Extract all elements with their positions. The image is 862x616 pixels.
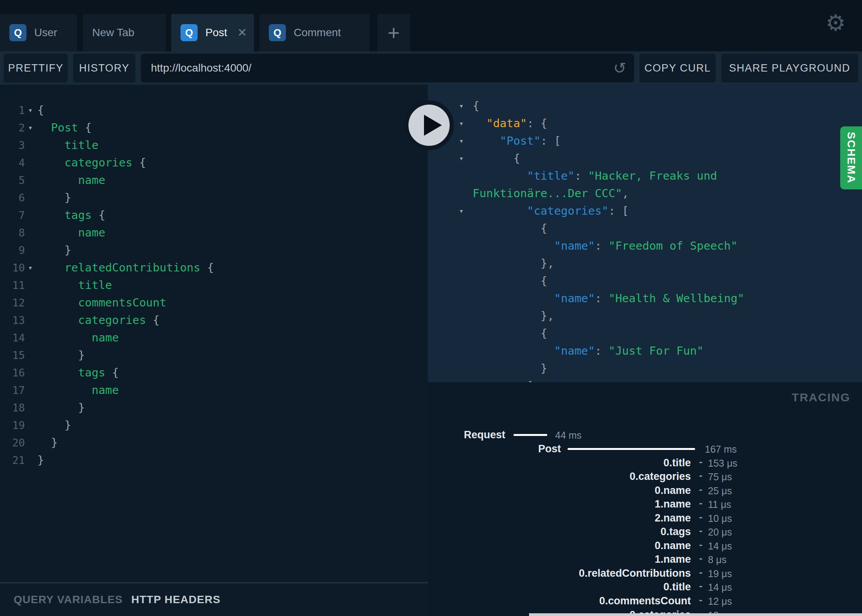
code-token: "title" — [527, 169, 575, 182]
tracing-row: 0.relatedContributions-19 μs — [428, 567, 862, 580]
editor-line[interactable]: 9 } — [0, 242, 428, 259]
tracing-row-value: 8 μs — [708, 554, 727, 565]
editor-line[interactable]: 3 title — [0, 136, 428, 154]
response-code-text: "Post": [ — [473, 132, 561, 150]
editor-line[interactable]: 14 name — [0, 329, 428, 346]
code-token: : — [595, 292, 608, 305]
tracing-row-value: 14 μs — [708, 582, 732, 593]
editor-line[interactable]: 1▾{ — [0, 102, 428, 119]
response-code-text: "name": "Freedom of Speech" — [473, 237, 738, 255]
editor-code-text: name — [37, 172, 105, 189]
query-variables-tab[interactable]: QUERY VARIABLES — [14, 593, 123, 606]
response-line: }, — [428, 255, 862, 272]
code-token: "Just For Fun" — [608, 344, 703, 357]
code-token: { — [105, 366, 119, 379]
tab-new-tab[interactable]: New Tab — [83, 14, 166, 51]
schema-sidebar-tab[interactable]: SCHEMA — [840, 126, 862, 189]
share-playground-button[interactable]: SHARE PLAYGROUND — [721, 54, 858, 82]
http-headers-tab[interactable]: HTTP HEADERS — [131, 593, 221, 606]
code-token: "Health & Wellbeing" — [608, 292, 744, 305]
code-token: } — [37, 348, 85, 362]
editor-code-text: commentsCount — [37, 294, 166, 312]
editor-line[interactable]: 15 } — [0, 346, 428, 364]
editor-line[interactable]: 7 tags { — [0, 206, 428, 224]
tracing-row-label: Post — [428, 443, 561, 455]
fold-arrow-icon[interactable]: ▾ — [459, 150, 464, 167]
editor-line[interactable]: 8 name — [0, 224, 428, 242]
new-tab-button[interactable]: + — [377, 14, 410, 51]
editor-line[interactable]: 19 } — [0, 416, 428, 434]
query-editor-pane[interactable]: 1▾{2▾ Post {3 title4 categories {5 name6… — [0, 85, 428, 582]
code-token: ] — [473, 379, 534, 382]
fold-arrow-icon[interactable]: ▾ — [28, 259, 33, 276]
fold-arrow-icon[interactable]: ▾ — [459, 132, 464, 150]
code-token — [473, 169, 527, 182]
editor-line[interactable]: 4 categories { — [0, 154, 428, 172]
copy-curl-button[interactable]: COPY CURL — [639, 54, 716, 82]
fold-arrow-icon[interactable]: ▾ — [28, 119, 33, 136]
editor-line[interactable]: 10▾ relatedContributions { — [0, 259, 428, 276]
code-token: }, — [473, 257, 554, 270]
tracing-horizontal-scrollbar[interactable] — [529, 613, 862, 616]
tab-label: Post — [205, 26, 227, 39]
editor-line[interactable]: 21} — [0, 452, 428, 469]
editor-line[interactable]: 12 commentsCount — [0, 294, 428, 312]
response-line: } — [428, 360, 862, 377]
code-token — [473, 117, 486, 130]
schema-tab-label: SCHEMA — [845, 132, 857, 184]
editor-line[interactable]: 20 } — [0, 434, 428, 452]
tracing-row-value: 75 μs — [708, 471, 732, 483]
line-number: 12 — [0, 294, 25, 312]
code-token: "name" — [554, 239, 595, 252]
code-token — [473, 204, 527, 217]
editor-line[interactable]: 18 } — [0, 399, 428, 416]
response-code-text: ] — [473, 377, 534, 382]
code-token: name — [37, 331, 119, 344]
query-editor-code: 1▾{2▾ Post {3 title4 categories {5 name6… — [0, 102, 428, 469]
tab-user[interactable]: QUser — [0, 14, 77, 51]
code-token — [473, 134, 500, 147]
tracing-row-value: 153 μs — [708, 458, 738, 469]
line-number: 2 — [0, 119, 25, 136]
fold-arrow-icon[interactable]: ▾ — [459, 97, 464, 115]
code-token: "name" — [554, 292, 595, 305]
endpoint-url-input[interactable] — [141, 62, 613, 74]
line-number: 18 — [0, 399, 25, 416]
code-token — [473, 239, 554, 252]
tracing-title: TRACING — [792, 391, 850, 404]
fold-arrow-icon[interactable]: ▾ — [459, 202, 464, 220]
fold-arrow-icon[interactable]: ▾ — [459, 115, 464, 132]
prettify-button[interactable]: PRETTIFY — [4, 54, 68, 82]
tracing-row: 1.name-8 μs — [428, 553, 862, 566]
editor-line[interactable]: 16 tags { — [0, 364, 428, 382]
editor-line[interactable]: 11 title — [0, 276, 428, 294]
editor-line[interactable]: 13 categories { — [0, 312, 428, 329]
code-token: name — [37, 173, 105, 187]
editor-code-text: name — [37, 382, 119, 399]
play-icon — [424, 115, 442, 136]
code-token: } — [473, 362, 547, 375]
line-number: 17 — [0, 382, 25, 399]
editor-line[interactable]: 2▾ Post { — [0, 119, 428, 136]
fold-arrow-icon[interactable]: ▾ — [28, 102, 33, 119]
tab-post[interactable]: QPost✕ — [171, 14, 254, 51]
editor-code-text: } — [37, 399, 85, 416]
code-token: "Freedom of Speech" — [608, 239, 738, 252]
tab-close-icon[interactable]: ✕ — [237, 27, 247, 38]
tab-comment[interactable]: QComment — [259, 14, 370, 51]
history-button[interactable]: HISTORY — [73, 54, 135, 82]
response-code-text: Funktionäre...Der CCC", — [473, 185, 629, 202]
url-reload-icon[interactable]: ↺ — [613, 59, 626, 77]
editor-line[interactable]: 17 name — [0, 382, 428, 399]
tracing-row-dash: - — [699, 580, 703, 592]
editor-line[interactable]: 6 } — [0, 189, 428, 206]
execute-query-button[interactable] — [404, 100, 454, 150]
response-pane[interactable]: ▾{▾ "data": {▾ "Post": [▾ { "title": "Ha… — [428, 85, 862, 382]
editor-line[interactable]: 5 name — [0, 172, 428, 189]
editor-code-text: tags { — [37, 364, 119, 382]
settings-gear-icon[interactable]: ⚙ — [825, 12, 846, 34]
query-badge: Q — [180, 24, 198, 41]
code-token: "data" — [486, 117, 527, 130]
code-token: "Hacker, Freaks und — [588, 169, 717, 182]
tracing-row-value: 11 μs — [708, 499, 731, 510]
